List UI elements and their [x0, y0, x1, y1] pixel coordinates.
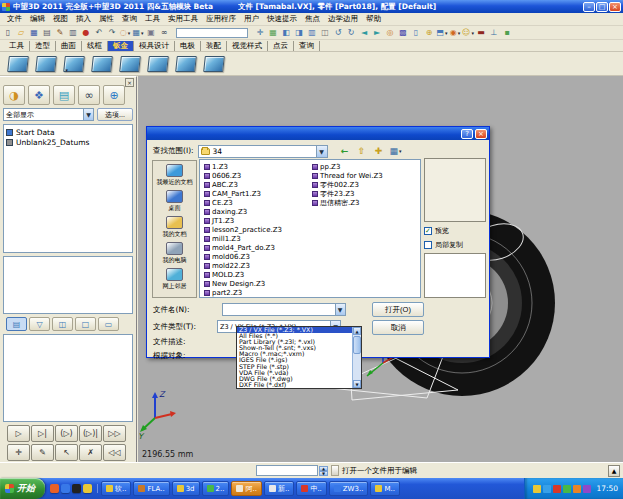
render-icon[interactable]: ◉ — [449, 27, 461, 39]
ribbon-tab[interactable]: 装配 — [201, 41, 227, 51]
menu-item[interactable]: 用户 — [240, 14, 263, 24]
cube-menu-icon[interactable]: ⬒ — [436, 27, 448, 39]
file-item[interactable]: CE.Z3 — [204, 198, 282, 207]
point-icon[interactable]: ▪ — [501, 27, 513, 39]
history-manager-icon[interactable]: ◑ — [3, 85, 25, 105]
options-button[interactable]: 选项... — [97, 108, 133, 121]
taskbar-task[interactable]: 2.. — [202, 481, 230, 496]
open-button[interactable]: 打开(O) — [372, 302, 424, 317]
face-menu-icon[interactable]: ☺ — [462, 27, 474, 39]
feature-icon-7[interactable] — [175, 56, 197, 72]
filter-glasses-icon[interactable]: ∞ — [158, 27, 170, 39]
chevron-down-icon[interactable]: ▼ — [335, 304, 345, 315]
grid-icon[interactable]: ▩ — [397, 27, 409, 39]
pan-right-icon[interactable]: ► — [371, 27, 383, 39]
start-button[interactable]: 开始 — [0, 478, 45, 499]
ribbon-tab[interactable]: 曲面 — [56, 41, 82, 51]
ribbon-tab[interactable]: 模具设计 — [134, 41, 175, 51]
tray-icon-5[interactable] — [573, 485, 581, 493]
close-button[interactable]: × — [609, 2, 621, 12]
undo-icon[interactable]: ↶ — [93, 27, 105, 39]
file-item[interactable]: pp.Z3 — [312, 162, 383, 171]
menu-item[interactable]: 实用工具 — [164, 14, 202, 24]
feature-icon-8[interactable] — [203, 56, 225, 72]
file-item[interactable]: CAM_Part1.Z3 — [204, 189, 282, 198]
view-manager-icon[interactable]: ⊕ — [103, 85, 125, 105]
sort-down-icon[interactable]: ▽ — [29, 317, 50, 331]
feature-icon-1[interactable] — [7, 56, 29, 72]
wide-view-icon[interactable]: ▭ — [98, 317, 119, 331]
file-item[interactable]: mill1.Z3 — [204, 234, 282, 243]
taskbar-task[interactable]: M.. — [370, 481, 400, 496]
scroll-down-icon[interactable]: ▼ — [353, 380, 361, 388]
open-file-icon[interactable]: ▱ — [15, 27, 27, 39]
maximize-button[interactable]: □ — [596, 2, 608, 12]
selection-circle-icon[interactable]: ◌ — [119, 27, 131, 39]
ribbon-tab[interactable]: 视觉样式 — [227, 41, 268, 51]
status-input[interactable] — [256, 465, 318, 476]
place-network[interactable]: 网上邻居 — [153, 268, 196, 291]
ribbon-tab[interactable]: 工具 — [4, 41, 30, 51]
perpendicular-icon[interactable]: ⊥ — [488, 27, 500, 39]
quick-launch-icon-4[interactable] — [83, 484, 92, 493]
play-button[interactable]: ▷ — [7, 425, 30, 442]
menu-item[interactable]: 焦点 — [301, 14, 324, 24]
menu-item[interactable]: 应用程序 — [202, 14, 240, 24]
probe-button[interactable]: ✛ — [7, 444, 30, 461]
file-item[interactable]: part2.Z3 — [204, 288, 282, 297]
file-item[interactable]: JT1.Z3 — [204, 216, 282, 225]
select-button[interactable]: ↖ — [55, 444, 78, 461]
preview-checkbox[interactable]: ✓ — [424, 227, 432, 235]
panel-close-icon[interactable]: × — [125, 78, 134, 87]
layer-manager-icon[interactable]: ▤ — [53, 85, 75, 105]
menu-item[interactable]: 边学边用 — [324, 14, 362, 24]
ribbon-tab[interactable]: 点云 — [268, 41, 294, 51]
tree-list-icon[interactable]: ▤ — [6, 317, 27, 331]
file-name-input[interactable]: ▼ — [222, 303, 346, 316]
spin-down-icon[interactable]: ▼ — [319, 471, 328, 476]
dropdown-scrollbar[interactable]: ▲ ▼ — [352, 327, 361, 388]
taskbar-task[interactable]: 新.. — [264, 481, 294, 496]
play-loop-button[interactable]: (▷) — [55, 425, 78, 442]
file-item[interactable]: 0606.Z3 — [204, 171, 282, 180]
edit-button[interactable]: ✎ — [31, 444, 54, 461]
place-my-computer[interactable]: 我的电脑 — [153, 242, 196, 265]
quick-launch-icon-2[interactable] — [61, 484, 70, 493]
up-folder-icon[interactable]: ⇧ — [355, 145, 369, 158]
feature-icon-4[interactable] — [91, 56, 113, 72]
look-in-combo[interactable]: 34 ▼ — [198, 145, 328, 158]
ribbon-tab[interactable]: 电极 — [175, 41, 201, 51]
pen-icon[interactable]: ✎ — [54, 27, 66, 39]
file-item[interactable]: mold4_Part_do.Z3 — [204, 243, 282, 252]
add-circle-icon[interactable]: ⊕ — [423, 27, 435, 39]
file-item[interactable]: New Design.Z3 — [204, 279, 282, 288]
stamp-icon[interactable]: ▣ — [145, 27, 157, 39]
dialog-title-bar[interactable]: ? × — [147, 127, 489, 140]
file-item[interactable]: 思信精密.Z3 — [312, 198, 383, 207]
plane-icon[interactable]: ▦ — [267, 27, 279, 39]
file-list[interactable]: 1.Z3 0606.Z3 ABC.Z3 CAM_Part1.Z3 — [199, 159, 421, 298]
place-recent-documents[interactable]: 我最近的文档 — [153, 164, 196, 187]
shade-right-icon[interactable]: ◨ — [293, 27, 305, 39]
dialog-close-button[interactable]: × — [475, 129, 487, 139]
menu-item[interactable]: 帮助 — [362, 14, 385, 24]
taskbar-task[interactable]: 软.. — [101, 481, 131, 496]
place-desktop[interactable]: 桌面 — [153, 190, 196, 213]
file-item[interactable]: ABC.Z3 — [204, 180, 282, 189]
chevron-down-icon[interactable]: ▼ — [83, 109, 93, 120]
cancel-button[interactable]: 取消 — [372, 320, 424, 335]
menu-item[interactable]: 查询 — [118, 14, 141, 24]
record-icon[interactable]: ● — [80, 27, 92, 39]
file-type-option[interactable]: DXF File (*.dxf) — [237, 382, 352, 388]
menu-item[interactable]: 编辑 — [26, 14, 49, 24]
file-item[interactable]: 1.Z3 — [204, 162, 282, 171]
tray-icon-4[interactable] — [563, 485, 571, 493]
file-item[interactable]: mold06.Z3 — [204, 252, 282, 261]
quick-launch-icon-3[interactable] — [72, 484, 81, 493]
hatch-view-icon[interactable]: ▥ — [306, 27, 318, 39]
pick-filter-icon[interactable]: ✛ — [254, 27, 266, 39]
display-filter-combo[interactable]: 全部显示 ▼ — [3, 108, 94, 121]
target-icon[interactable]: ◎ — [384, 27, 396, 39]
feature-icon-6[interactable] — [147, 56, 169, 72]
menu-item[interactable]: 工具 — [141, 14, 164, 24]
